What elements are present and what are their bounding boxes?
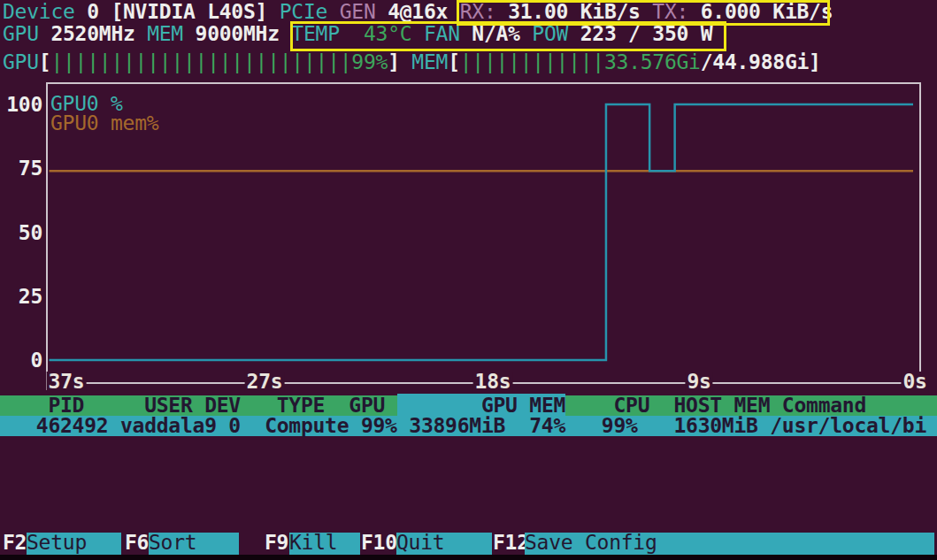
text-run: ]	[388, 50, 400, 73]
y-axis-label: 0	[0, 350, 42, 371]
text-run: MEM	[147, 22, 195, 45]
process-table-row[interactable]: 462492 vaddala9 0 Compute 99% 33896MiB 7…	[0, 416, 937, 436]
text-run: PCIe	[280, 0, 340, 23]
clock-temp-power-line: GPU 2520MHz MEM 9000MHz TEMP 43°C FAN N/…	[3, 24, 712, 44]
fkey-label-save-config[interactable]: Save Config	[525, 533, 934, 555]
text-run: POW	[532, 22, 580, 45]
y-axis-label: 25	[0, 287, 42, 307]
text-run: TEMP	[291, 22, 351, 45]
function-key-bar: F2SetupF6SortF9KillF10QuitF12Save Config	[0, 533, 937, 555]
gpu-mem-utilization-meters: GPU[|||||||||||||||||||||||||99%] MEM[||…	[3, 52, 821, 73]
text-run: GPU	[3, 22, 50, 45]
x-axis-tick: 9s	[685, 372, 712, 392]
fkey-label-setup[interactable]: Setup	[27, 533, 121, 555]
fkey-f2-button[interactable]: F2	[3, 533, 27, 555]
text-run: 33.576Gi	[604, 50, 701, 73]
x-axis-tick: 27s	[245, 372, 285, 392]
gpu-utilization-line	[50, 104, 913, 360]
text-run: MEM	[411, 50, 448, 73]
x-axis-tick: 18s	[473, 372, 513, 392]
text-run: 6.000 KiB/s	[701, 0, 833, 23]
y-axis-label: 75	[0, 158, 42, 179]
text-run: 0	[87, 0, 111, 23]
text-run: [	[448, 50, 460, 73]
text-run: 2520MHz	[50, 22, 147, 45]
text-run: ||||||||||||	[460, 50, 604, 73]
fkey-f12-button[interactable]: F12	[493, 533, 529, 555]
x-axis-tick: 0s	[901, 372, 928, 392]
text-run: 43°C	[351, 22, 424, 45]
y-axis-label: 100	[0, 95, 42, 115]
text-run: RX:	[460, 0, 508, 23]
text-run: 99%	[351, 50, 388, 73]
bottom-edge-strip	[0, 555, 937, 560]
chart-plot-area	[46, 82, 926, 394]
process-table-header[interactable]: PID USER DEV TYPE GPU GPU MEM CPU HOST M…	[0, 395, 937, 416]
nvtop-terminal: Device 0 [NVIDIA L40S] PCIe GEN 4@16x RX…	[0, 0, 937, 560]
text-run	[400, 50, 412, 73]
text-run: TX:	[652, 0, 700, 23]
fkey-f6-button[interactable]: F6	[125, 533, 149, 555]
legend-gpu-mem-percent: GPU0 mem%	[50, 113, 158, 134]
text-run: GEN	[340, 0, 388, 23]
fkey-label-quit[interactable]: Quit	[396, 533, 492, 555]
text-run: |||||||||||||||||||||||||	[50, 50, 351, 73]
text-run: /44.988Gi]	[701, 50, 821, 73]
fkey-f10-button[interactable]: F10	[361, 533, 397, 555]
y-axis-label: 50	[0, 223, 42, 243]
fkey-label-kill[interactable]: Kill	[289, 533, 360, 555]
text-run: [NVIDIA L40S]	[111, 0, 279, 23]
text-run: [	[39, 50, 51, 73]
text-run: 223 / 350 W	[580, 22, 713, 45]
x-axis-tick: 37s	[47, 372, 87, 392]
text-run: N/A%	[472, 22, 532, 45]
text-run: FAN	[424, 22, 472, 45]
text-run: 31.00 KiB/s	[508, 0, 652, 23]
fkey-f9-button[interactable]: F9	[265, 533, 288, 555]
device-info-line: Device 0 [NVIDIA L40S] PCIe GEN 4@16x RX…	[3, 2, 833, 22]
text-run: 4@16x	[388, 0, 460, 23]
text-run: 9000MHz	[196, 22, 292, 45]
fkey-label-sort[interactable]: Sort	[149, 533, 239, 555]
text-run: GPU	[3, 50, 39, 73]
text-run: Device	[3, 0, 87, 23]
